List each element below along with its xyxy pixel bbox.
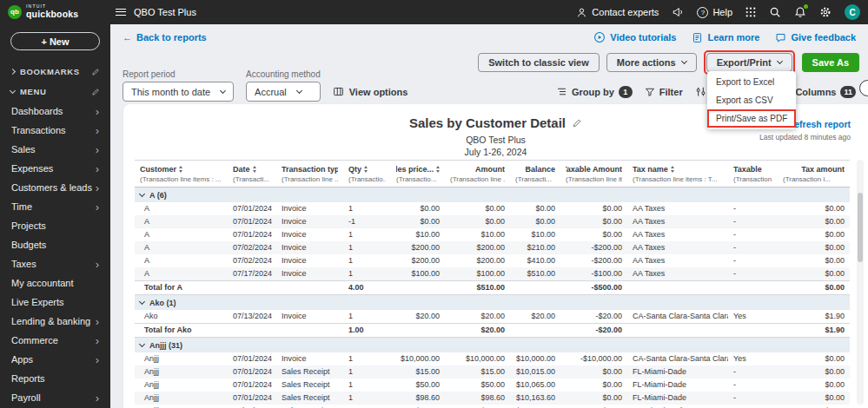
column-header-customer[interactable]: Customer(Transaction line items : ...	[135, 161, 228, 187]
table-row[interactable]: Anjjj07/01/2024Sales Receipt1$15.00$15.0…	[135, 365, 850, 378]
sidebar-item-projects[interactable]: Projects	[0, 216, 110, 235]
table-row[interactable]: Anjjj07/01/2024Invoice1$10,000.00$10,000…	[135, 352, 850, 365]
column-sublabel: (Transaction line items : T...	[633, 175, 723, 183]
announcements-icon[interactable]	[672, 6, 684, 18]
menu-item-export-as-csv[interactable]: Export as CSV	[707, 91, 796, 109]
cell: -$100.00	[560, 267, 627, 280]
column-sublabel: (Transaction line it...	[566, 175, 622, 183]
group-by-button[interactable]: Group by 1	[556, 86, 633, 98]
contact-experts-label: Contact experts	[592, 7, 659, 17]
table-row[interactable]: A07/17/2024Invoice1$100.00$100.00$510.00…	[135, 267, 850, 280]
column-header-qty[interactable]: Qty(Transactio...	[343, 161, 391, 187]
table-row[interactable]: Anjjj07/01/2024Sales Receipt1$98.60$98.6…	[135, 392, 850, 405]
sidebar-item-transactions[interactable]: Transactions›	[0, 121, 110, 140]
notifications-bell-icon[interactable]	[794, 6, 806, 18]
column-header-date[interactable]: Date(Transacti...	[228, 161, 276, 187]
scrollbar-thumb[interactable]	[858, 193, 863, 262]
total-cell: Total for Ako	[135, 324, 228, 337]
export-print-button[interactable]: Export/Print	[706, 53, 792, 72]
bookmarks-section[interactable]: BOOKMARKS	[0, 62, 110, 82]
cell: 07/01/2024	[228, 392, 276, 405]
edit-bookmarks-icon[interactable]	[91, 68, 100, 76]
back-to-reports-link[interactable]: ← Back to reports	[123, 32, 207, 43]
hamburger-menu-icon[interactable]	[116, 9, 126, 16]
cell: $0.00	[778, 392, 850, 405]
quickbooks-logo[interactable]: qb INTUIT quickbooks	[0, 4, 110, 19]
column-header-taxable-amount: Taxable Amount(Transaction line it...	[560, 161, 627, 187]
column-header-sales-price[interactable]: Sales price...(Transactio...	[391, 161, 445, 187]
cell: -	[728, 202, 778, 215]
cell: -$200.00	[560, 241, 627, 254]
filter-button[interactable]: Filter	[645, 87, 683, 97]
sidebar-item-sales[interactable]: Sales›	[0, 140, 110, 159]
menu-section[interactable]: MENU	[0, 82, 110, 102]
table-row[interactable]: A07/01/2024Invoice1$0.00$0.00$0.00$0.00A…	[135, 202, 850, 215]
table-row[interactable]: A07/01/2024Invoice1$10.00$10.00$10.00$0.…	[135, 228, 850, 241]
edit-menu-icon[interactable]	[91, 88, 100, 96]
company-name: QBO Test Plus	[134, 7, 196, 17]
columns-button[interactable]: Columns 11	[795, 86, 856, 98]
menu-item-export-to-excel[interactable]: Export to Excel	[707, 73, 796, 91]
more-actions-button[interactable]: More actions	[606, 53, 697, 72]
sidebar-item-lending-banking[interactable]: Lending & banking›	[0, 312, 110, 331]
section-header-ako[interactable]: Ako (1)	[135, 295, 850, 310]
contact-experts-button[interactable]: Contact experts	[576, 7, 659, 18]
sidebar-item-live-experts[interactable]: Live Experts	[0, 293, 110, 312]
group-by-icon	[556, 86, 567, 97]
help-button[interactable]: ? Help	[697, 7, 732, 18]
learn-more-link[interactable]: Learn more	[692, 32, 759, 43]
settings-gear-icon[interactable]	[819, 6, 832, 18]
total-cell: $1.90	[778, 324, 850, 337]
cell: $0.00	[391, 215, 445, 228]
edit-title-icon[interactable]	[572, 118, 582, 128]
sidebar-item-expenses[interactable]: Expenses›	[0, 159, 110, 178]
search-icon[interactable]	[769, 6, 781, 18]
give-feedback-link[interactable]: Give feedback	[775, 32, 856, 43]
column-header-tax-name[interactable]: Tax name(Transaction line items : T...	[627, 161, 728, 187]
customize-icon-partial[interactable]	[859, 80, 868, 96]
table-row[interactable]: A07/02/2024Invoice1$200.00$200.00$210.00…	[135, 241, 850, 254]
sidebar-item-reports[interactable]: Reports	[0, 369, 110, 388]
cell: $0.00	[560, 365, 627, 378]
chevron-right-icon: ›	[96, 316, 99, 327]
column-header-transaction-type[interactable]: Transaction type...(Transaction line ...	[276, 161, 343, 187]
sidebar-item-customers-leads[interactable]: Customers & leads›	[0, 178, 110, 197]
new-button[interactable]: + New	[10, 32, 100, 50]
sidebar-item-payroll[interactable]: Payroll›	[0, 388, 110, 407]
user-avatar[interactable]: C	[845, 4, 860, 20]
table-row[interactable]: A07/01/2024Invoice-1$0.00$0.00$0.00$0.00…	[135, 215, 850, 228]
section-header-anjjj[interactable]: Anjjj (31)	[135, 338, 850, 352]
switch-to-classic-view-button[interactable]: Switch to classic view	[478, 53, 600, 72]
sidebar-item-budgets[interactable]: Budgets	[0, 235, 110, 254]
view-options-button[interactable]: View options	[333, 82, 408, 102]
cell: $200.00	[445, 254, 510, 267]
cell: $0.00	[778, 254, 850, 267]
vertical-scrollbar[interactable]	[857, 160, 864, 405]
sidebar-item-apps[interactable]: Apps›	[0, 350, 110, 369]
video-tutorials-link[interactable]: Video tutorials	[593, 31, 676, 43]
sidebar-item-my-accountant[interactable]: My accountant	[0, 273, 110, 293]
cell: 1	[343, 254, 391, 267]
table-row[interactable]: A07/02/2024Invoice1$200.00$200.00$410.00…	[135, 254, 850, 267]
table-row[interactable]: Ako07/13/2024Invoice1$20.00$20.00$20.00-…	[135, 310, 850, 323]
cell: 07/01/2024	[228, 378, 276, 392]
sidebar-item-label: Live Experts	[11, 297, 64, 307]
apps-grid-icon[interactable]	[745, 7, 756, 17]
sidebar-item-time[interactable]: Time›	[0, 197, 110, 216]
save-as-button[interactable]: Save As	[802, 53, 859, 72]
section-header-a[interactable]: A (6)	[135, 188, 850, 202]
table-row[interactable]: Anjjj07/01/2024Sales Receipt1$50.00$50.0…	[135, 378, 850, 392]
sidebar-item-taxes[interactable]: Taxes›	[0, 254, 110, 273]
column-label: Taxable Amount	[566, 165, 622, 174]
cell: Anjjj	[135, 392, 228, 405]
sidebar-item-commerce[interactable]: Commerce›	[0, 331, 110, 350]
section-name: A (6)	[149, 191, 167, 200]
cell: A	[135, 202, 228, 215]
table-row[interactable]: Anjjj07/01/2024Sales Receipt1$10.00$10.0…	[135, 405, 850, 408]
menu-item-print-save-as-pdf[interactable]: Print/Save as PDF	[709, 111, 794, 126]
chevron-right-icon: ›	[96, 259, 99, 270]
sidebar-item-dashboards[interactable]: Dashboards›	[0, 102, 110, 121]
chevron-down-icon	[681, 58, 687, 64]
report-period-select[interactable]: This month to date	[123, 82, 234, 102]
accounting-method-select[interactable]: Accrual	[246, 82, 321, 102]
